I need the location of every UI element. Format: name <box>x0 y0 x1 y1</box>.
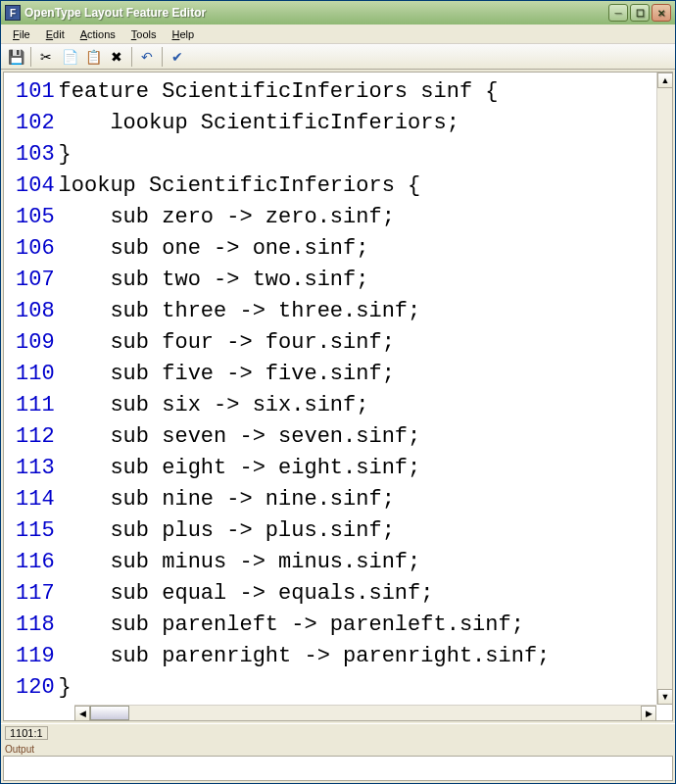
line-number: 120 <box>16 672 55 704</box>
line-number: 115 <box>16 515 55 547</box>
menubar: File Edit Actions Tools Help <box>1 24 675 44</box>
code-line[interactable]: } <box>59 139 551 171</box>
scroll-thumb[interactable] <box>90 706 129 720</box>
code-line[interactable]: sub eight -> eight.sinf; <box>59 453 551 484</box>
line-number: 117 <box>16 578 55 610</box>
maximize-button[interactable]: ☐ <box>630 4 650 22</box>
code-content[interactable]: feature ScientificInferiors sinf { looku… <box>59 73 551 720</box>
window-title: OpenType Layout Feature Editor <box>24 6 608 20</box>
code-line[interactable]: sub six -> six.sinf; <box>59 390 551 421</box>
scroll-right-icon[interactable]: ▶ <box>641 706 656 721</box>
statusbar: 1101:1 <box>1 723 675 741</box>
scroll-track[interactable] <box>657 88 672 689</box>
line-number: 118 <box>16 610 55 641</box>
line-number: 116 <box>16 547 55 578</box>
output-label: Output <box>3 743 673 756</box>
code-editor[interactable]: 1011021031041051061071081091101111121131… <box>4 73 672 720</box>
close-button[interactable]: ✕ <box>652 4 671 22</box>
menu-edit[interactable]: Edit <box>38 26 72 42</box>
code-line[interactable]: sub zero -> zero.sinf; <box>59 202 551 233</box>
code-line[interactable]: sub three -> three.sinf; <box>59 296 551 327</box>
line-number: 101 <box>16 76 55 108</box>
line-number: 102 <box>16 108 55 139</box>
code-line[interactable]: sub parenright -> parenright.sinf; <box>59 641 551 672</box>
line-number: 107 <box>16 265 55 296</box>
line-number: 113 <box>16 453 55 484</box>
cursor-position: 1101:1 <box>5 726 48 740</box>
window-controls: ─ ☐ ✕ <box>608 4 671 22</box>
toolbar-separator <box>131 47 132 67</box>
output-box[interactable] <box>3 756 673 781</box>
line-number: 110 <box>16 359 55 390</box>
code-line[interactable]: sub nine -> nine.sinf; <box>59 484 551 515</box>
output-panel: Output <box>3 743 673 781</box>
scroll-down-icon[interactable]: ▼ <box>657 689 673 705</box>
code-line[interactable]: sub equal -> equals.sinf; <box>59 578 551 610</box>
line-number: 108 <box>16 296 55 327</box>
menu-tools[interactable]: Tools <box>123 26 165 42</box>
line-gutter: 1011021031041051061071081091101111121131… <box>4 73 59 720</box>
delete-icon[interactable]: ✖ <box>106 46 127 68</box>
vertical-scrollbar[interactable]: ▲ ▼ <box>656 73 672 705</box>
paste-icon[interactable]: 📋 <box>82 46 104 68</box>
code-line[interactable]: sub five -> five.sinf; <box>59 359 551 390</box>
copy-icon[interactable]: 📄 <box>59 46 80 68</box>
code-line[interactable]: lookup ScientificInferiors { <box>59 171 551 202</box>
code-line[interactable]: sub minus -> minus.sinf; <box>59 547 551 578</box>
line-number: 112 <box>16 421 55 453</box>
code-line[interactable]: sub two -> two.sinf; <box>59 265 551 296</box>
menu-file[interactable]: File <box>5 26 38 42</box>
line-number: 106 <box>16 233 55 265</box>
scroll-up-icon[interactable]: ▲ <box>657 73 673 88</box>
code-line[interactable]: sub four -> four.sinf; <box>59 327 551 359</box>
line-number: 114 <box>16 484 55 515</box>
cut-icon[interactable]: ✂ <box>35 46 57 68</box>
line-number: 105 <box>16 202 55 233</box>
code-line[interactable]: sub plus -> plus.sinf; <box>59 515 551 547</box>
minimize-button[interactable]: ─ <box>608 4 628 22</box>
horizontal-scrollbar[interactable]: ◀ ▶ <box>74 705 656 720</box>
toolbar: 💾 ✂ 📄 📋 ✖ ↶ ✔ <box>1 44 675 70</box>
line-number: 109 <box>16 327 55 359</box>
code-line[interactable]: sub parenleft -> parenleft.sinf; <box>59 610 551 641</box>
editor-area: 1011021031041051061071081091101111121131… <box>3 72 673 721</box>
line-number: 119 <box>16 641 55 672</box>
line-number: 104 <box>16 171 55 202</box>
code-line[interactable]: sub seven -> seven.sinf; <box>59 421 551 453</box>
compile-icon[interactable]: ✔ <box>167 46 188 68</box>
toolbar-separator <box>30 47 31 67</box>
scroll-left-icon[interactable]: ◀ <box>74 706 90 721</box>
line-number: 111 <box>16 390 55 421</box>
toolbar-separator <box>162 47 163 67</box>
scroll-track[interactable] <box>90 706 641 720</box>
code-line[interactable]: } <box>59 672 551 704</box>
titlebar: F OpenType Layout Feature Editor ─ ☐ ✕ <box>1 1 675 24</box>
line-number: 103 <box>16 139 55 171</box>
code-line[interactable]: feature ScientificInferiors sinf { <box>59 76 551 108</box>
code-line[interactable]: lookup ScientificInferiors; <box>59 108 551 139</box>
code-line[interactable]: sub one -> one.sinf; <box>59 233 551 265</box>
menu-help[interactable]: Help <box>165 26 203 42</box>
app-icon: F <box>5 5 21 21</box>
save-icon[interactable]: 💾 <box>5 46 26 68</box>
menu-actions[interactable]: Actions <box>72 26 123 42</box>
undo-icon[interactable]: ↶ <box>136 46 158 68</box>
